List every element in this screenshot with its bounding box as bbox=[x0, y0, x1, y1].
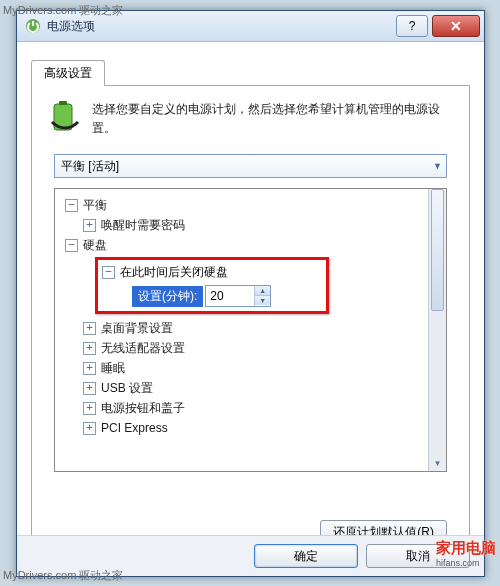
expand-icon[interactable]: + bbox=[83, 422, 96, 435]
collapse-icon[interactable]: − bbox=[102, 266, 115, 279]
minutes-input[interactable] bbox=[206, 286, 254, 306]
scroll-thumb[interactable] bbox=[431, 189, 444, 311]
tree-item-usb[interactable]: +USB 设置 bbox=[61, 378, 446, 398]
highlighted-setting: −在此时间后关闭硬盘 设置(分钟): ▲ ▼ bbox=[95, 257, 329, 314]
expand-icon[interactable]: + bbox=[83, 362, 96, 375]
watermark-bottom: MyDrivers.com 驱动之家 bbox=[3, 568, 123, 583]
tab-panel: 选择您要自定义的电源计划，然后选择您希望计算机管理的电源设置。 平衡 [活动] … bbox=[31, 85, 470, 557]
expand-icon[interactable]: + bbox=[83, 382, 96, 395]
power-icon bbox=[25, 18, 41, 34]
tab-control: 高级设置 选择您要自定义的电源计划，然后选择您希望计算机管理的电源设置。 平衡 … bbox=[31, 59, 470, 528]
svg-rect-2 bbox=[59, 101, 67, 105]
expand-icon[interactable]: + bbox=[83, 402, 96, 415]
help-button[interactable]: ? bbox=[396, 15, 428, 37]
tree-scrollbar[interactable]: ▲ ▼ bbox=[428, 189, 446, 471]
settings-tree[interactable]: −平衡 +唤醒时需要密码 −硬盘 −在此时间后关闭硬盘 设置(分钟): ▲ ▼ bbox=[54, 188, 447, 472]
plan-selected: 平衡 [活动] bbox=[61, 158, 119, 175]
battery-icon bbox=[48, 100, 82, 134]
tree-item-desktop-bg[interactable]: +桌面背景设置 bbox=[61, 318, 446, 338]
expand-icon[interactable]: + bbox=[83, 219, 96, 232]
scroll-down-button[interactable]: ▼ bbox=[429, 455, 446, 471]
collapse-icon[interactable]: − bbox=[65, 199, 78, 212]
tree-item-pci[interactable]: +PCI Express bbox=[61, 418, 446, 438]
setting-label: 设置(分钟): bbox=[132, 286, 203, 307]
collapse-icon[interactable]: − bbox=[65, 239, 78, 252]
tab-advanced[interactable]: 高级设置 bbox=[31, 60, 105, 86]
tree-item-balance[interactable]: −平衡 bbox=[61, 195, 446, 215]
watermark-top: MyDrivers.com 驱动之家 bbox=[3, 3, 123, 18]
window-title: 电源选项 bbox=[47, 18, 396, 35]
chevron-down-icon: ▼ bbox=[433, 161, 442, 171]
plan-combobox[interactable]: 平衡 [活动] ▼ bbox=[54, 154, 447, 178]
tree-item-wake-password[interactable]: +唤醒时需要密码 bbox=[61, 215, 446, 235]
spin-down-button[interactable]: ▼ bbox=[255, 296, 270, 305]
tree-item-hdd-off[interactable]: 在此时间后关闭硬盘 bbox=[120, 264, 228, 281]
tree-item-wifi[interactable]: +无线适配器设置 bbox=[61, 338, 446, 358]
tree-item-hdd[interactable]: −硬盘 bbox=[61, 235, 446, 255]
minutes-spinner[interactable]: ▲ ▼ bbox=[205, 285, 271, 307]
source-stamp: 家用电脑 hifans.com bbox=[436, 539, 496, 568]
expand-icon[interactable]: + bbox=[83, 342, 96, 355]
power-options-dialog: 电源选项 ? ✕ 高级设置 选择您要自定义的电源计划，然后选择您希望计算机管理的… bbox=[16, 10, 485, 577]
tree-item-power-button[interactable]: +电源按钮和盖子 bbox=[61, 398, 446, 418]
spin-up-button[interactable]: ▲ bbox=[255, 286, 270, 296]
ok-button[interactable]: 确定 bbox=[254, 544, 358, 568]
description-text: 选择您要自定义的电源计划，然后选择您希望计算机管理的电源设置。 bbox=[92, 100, 453, 138]
expand-icon[interactable]: + bbox=[83, 322, 96, 335]
close-button[interactable]: ✕ bbox=[432, 15, 480, 37]
tree-item-sleep[interactable]: +睡眠 bbox=[61, 358, 446, 378]
